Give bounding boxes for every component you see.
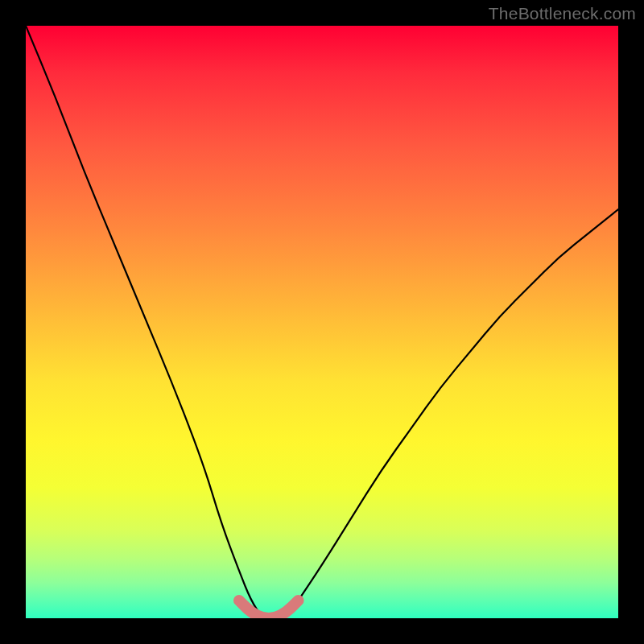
bottleneck-curve-line xyxy=(26,26,618,618)
optimal-band-line xyxy=(239,601,299,618)
watermark-text: TheBottleneck.com xyxy=(489,4,636,23)
chart-svg xyxy=(26,26,618,618)
chart-frame: TheBottleneck.com xyxy=(0,0,644,644)
plot-area xyxy=(26,26,618,618)
